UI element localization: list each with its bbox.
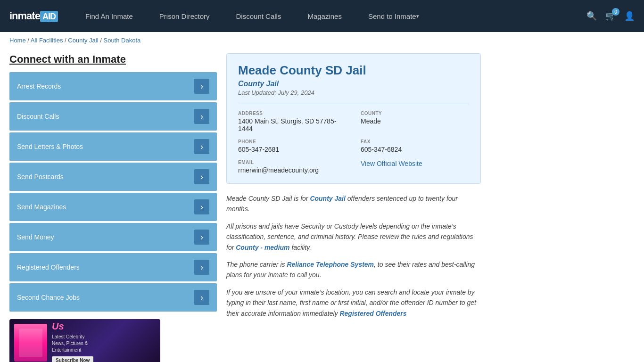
facility-type: County Jail bbox=[238, 80, 469, 88]
sidebar-title: Connect with an Inmate bbox=[9, 53, 217, 66]
logo-aid: AID bbox=[40, 11, 58, 22]
website-cell: View Official Website bbox=[361, 160, 469, 174]
county-medium-link[interactable]: County - medium bbox=[236, 244, 289, 251]
desc-para2: All prisons and jails have Security or C… bbox=[226, 221, 481, 253]
nav-discount-calls[interactable]: Discount Calls bbox=[223, 0, 295, 32]
facility-name: Meade County SD Jail bbox=[238, 63, 469, 78]
nav-prison-directory[interactable]: Prison Directory bbox=[146, 0, 223, 32]
county-label: COUNTY bbox=[361, 111, 469, 116]
arrow-icon: › bbox=[194, 79, 209, 94]
facility-updated: Last Updated: July 29, 2024 bbox=[238, 89, 469, 96]
ad-logo: Us bbox=[52, 321, 93, 332]
nav-magazines[interactable]: Magazines bbox=[294, 0, 355, 32]
arrow-icon: › bbox=[194, 109, 209, 124]
facility-info-grid: ADDRESS 1400 Main St, Sturgis, SD 57785-… bbox=[238, 104, 469, 174]
desc-para3: The phone carrier is Reliance Telephone … bbox=[226, 259, 481, 280]
sidebar-registered-offenders[interactable]: Registered Offenders › bbox=[9, 253, 217, 281]
sidebar-second-chance-jobs[interactable]: Second Chance Jobs › bbox=[9, 283, 217, 312]
phone-value: 605-347-2681 bbox=[238, 146, 347, 153]
sidebar-discount-calls[interactable]: Discount Calls › bbox=[9, 102, 217, 131]
breadcrumb-south-dakota[interactable]: South Dakota bbox=[103, 37, 140, 44]
reliance-telephone-link[interactable]: Reliance Telephone System bbox=[287, 261, 374, 268]
cart-badge: 0 bbox=[612, 8, 619, 16]
main-nav: Find An Inmate Prison Directory Discount… bbox=[72, 0, 586, 32]
fax-cell: FAX 605-347-6824 bbox=[361, 139, 469, 153]
breadcrumb: Home / All Facilities / County Jail / So… bbox=[0, 32, 644, 49]
email-value: rmerwin@meadecounty.org bbox=[238, 166, 347, 174]
description-section: Meade County SD Jail is for County Jail … bbox=[226, 193, 481, 319]
fax-label: FAX bbox=[361, 139, 469, 144]
fax-value: 605-347-6824 bbox=[361, 146, 469, 153]
view-official-website-link[interactable]: View Official Website bbox=[361, 160, 422, 167]
desc-para4: If you are unsure of your inmate’s locat… bbox=[226, 287, 481, 319]
header: inmateAID Find An Inmate Prison Director… bbox=[0, 0, 644, 32]
sidebar: Connect with an Inmate Arrest Records › … bbox=[9, 53, 217, 362]
registered-offenders-link[interactable]: Registered Offenders bbox=[339, 310, 406, 317]
header-icons: 🔍 🛒 0 👤 bbox=[586, 11, 635, 21]
phone-label: PHONE bbox=[238, 139, 347, 144]
breadcrumb-county-jail[interactable]: County Jail bbox=[68, 37, 98, 44]
advertisement[interactable]: Us Latest Celebrity News, Pictures & Ent… bbox=[9, 319, 160, 362]
county-jail-link[interactable]: County Jail bbox=[310, 195, 345, 202]
arrow-icon: › bbox=[194, 230, 209, 245]
sidebar-arrest-records[interactable]: Arrest Records › bbox=[9, 72, 217, 100]
ad-image bbox=[14, 324, 47, 362]
address-cell: ADDRESS 1400 Main St, Sturgis, SD 57785-… bbox=[238, 111, 347, 132]
sidebar-send-money[interactable]: Send Money › bbox=[9, 223, 217, 251]
logo-inmate: inmate bbox=[9, 10, 40, 22]
ad-tagline: Latest Celebrity News, Pictures & Entert… bbox=[52, 334, 93, 354]
desc-para1: Meade County SD Jail is for County Jail … bbox=[226, 193, 481, 214]
county-value: Meade bbox=[361, 117, 469, 125]
arrow-icon: › bbox=[194, 290, 209, 305]
nav-find-inmate[interactable]: Find An Inmate bbox=[72, 0, 146, 32]
arrow-icon: › bbox=[194, 139, 209, 154]
arrow-icon: › bbox=[194, 199, 209, 214]
breadcrumb-all-facilities[interactable]: All Facilities bbox=[31, 37, 63, 44]
email-cell: EMAIL rmerwin@meadecounty.org bbox=[238, 160, 347, 174]
facility-card: Meade County SD Jail County Jail Last Up… bbox=[226, 53, 481, 184]
ad-text: Us Latest Celebrity News, Pictures & Ent… bbox=[52, 321, 93, 362]
cart-icon[interactable]: 🛒 0 bbox=[605, 11, 616, 21]
search-icon[interactable]: 🔍 bbox=[586, 11, 597, 21]
county-cell: COUNTY Meade bbox=[361, 111, 469, 132]
sidebar-send-magazines[interactable]: Send Magazines › bbox=[9, 193, 217, 221]
main-content: Meade County SD Jail County Jail Last Up… bbox=[226, 53, 481, 362]
arrow-icon: › bbox=[194, 260, 209, 275]
phone-cell: PHONE 605-347-2681 bbox=[238, 139, 347, 153]
main-layout: Connect with an Inmate Arrest Records › … bbox=[0, 49, 644, 362]
sidebar-send-letters[interactable]: Send Letters & Photos › bbox=[9, 132, 217, 161]
address-label: ADDRESS bbox=[238, 111, 347, 116]
breadcrumb-home[interactable]: Home bbox=[9, 37, 26, 44]
nav-send-to-inmate[interactable]: Send to Inmate bbox=[355, 0, 432, 32]
user-icon[interactable]: 👤 bbox=[624, 11, 635, 21]
logo[interactable]: inmateAID bbox=[9, 10, 58, 22]
logo-text: inmateAID bbox=[9, 10, 58, 22]
email-label: EMAIL bbox=[238, 160, 347, 165]
ad-subscribe-button[interactable]: Subscribe Now bbox=[52, 356, 93, 362]
address-value: 1400 Main St, Sturgis, SD 57785-1444 bbox=[238, 117, 347, 132]
arrow-icon: › bbox=[194, 169, 209, 184]
sidebar-send-postcards[interactable]: Send Postcards › bbox=[9, 163, 217, 191]
